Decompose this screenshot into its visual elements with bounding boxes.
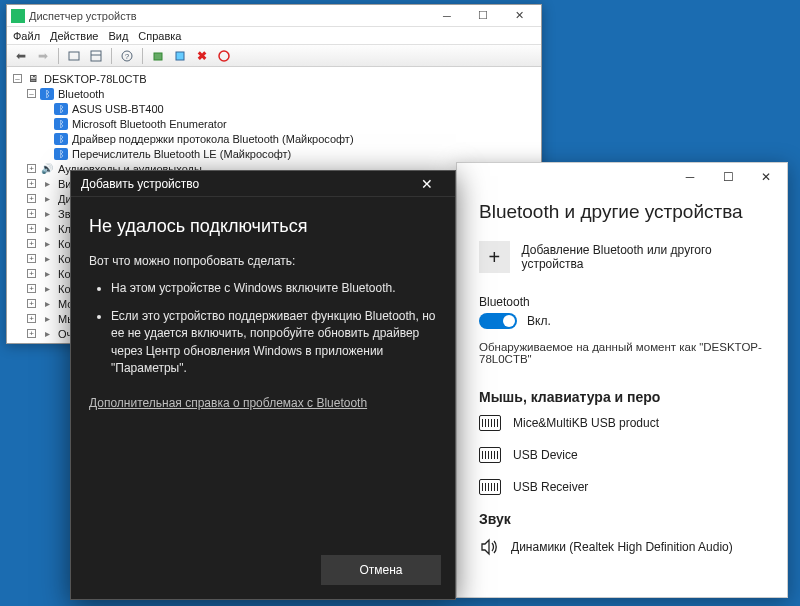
menu-file[interactable]: Файл [13, 30, 40, 42]
category-icon [40, 208, 54, 220]
dialog-title: Добавить устройство [81, 177, 409, 191]
tree-device[interactable]: ASUS USB-BT400 [13, 101, 541, 116]
device-row[interactable]: USB Receiver [479, 479, 765, 495]
expand-icon[interactable]: + [27, 209, 36, 218]
device-row[interactable]: USB Device [479, 447, 765, 463]
keyboard-icon [479, 415, 501, 431]
bluetooth-icon [54, 103, 68, 115]
tree-device[interactable]: Microsoft Bluetooth Enumerator [13, 116, 541, 131]
maximize-button[interactable]: ☐ [709, 165, 747, 189]
close-button[interactable]: ✕ [409, 172, 445, 196]
expand-icon[interactable]: + [27, 269, 36, 278]
section-audio-heading: Звук [479, 511, 765, 527]
tree-label: Драйвер поддержки протокола Bluetooth (М… [72, 133, 354, 145]
dialog-heading: Не удалось подключиться [89, 213, 437, 239]
close-button[interactable]: ✕ [501, 7, 537, 25]
toolbar-btn[interactable] [148, 47, 168, 65]
enable-icon[interactable] [214, 47, 234, 65]
devmgr-icon [11, 9, 25, 23]
expand-icon[interactable]: + [27, 299, 36, 308]
category-icon [40, 328, 54, 340]
svg-text:?: ? [125, 52, 130, 61]
computer-icon [26, 73, 40, 85]
menu-view[interactable]: Вид [108, 30, 128, 42]
section-input-heading: Мышь, клавиатура и перо [479, 389, 765, 405]
dialog-titlebar[interactable]: Добавить устройство ✕ [71, 171, 455, 197]
tree-label: DESKTOP-78L0CTB [44, 73, 147, 85]
separator-icon [58, 48, 59, 64]
device-label: Динамики (Realtek High Definition Audio) [511, 540, 733, 554]
expand-icon[interactable]: + [27, 179, 36, 188]
bluetooth-label: Bluetooth [479, 295, 765, 309]
expand-icon[interactable]: + [27, 254, 36, 263]
cancel-button[interactable]: Отмена [321, 555, 441, 585]
suggestion-item: На этом устройстве с Windows включите Bl… [111, 280, 437, 297]
suggestion-item: Если это устройство поддерживает функцию… [111, 308, 437, 378]
menu-action[interactable]: Действие [50, 30, 98, 42]
bluetooth-icon [54, 148, 68, 160]
category-icon [40, 193, 54, 205]
expand-icon[interactable]: + [27, 329, 36, 338]
menu-help[interactable]: Справка [138, 30, 181, 42]
expand-icon[interactable]: + [27, 164, 36, 173]
expand-icon[interactable]: + [27, 314, 36, 323]
category-icon [40, 253, 54, 265]
toggle-switch-icon[interactable] [479, 313, 517, 329]
collapse-icon[interactable]: – [27, 89, 36, 98]
tree-category-bluetooth[interactable]: – Bluetooth [13, 86, 541, 101]
tree-device[interactable]: Драйвер поддержки протокола Bluetooth (М… [13, 131, 541, 146]
separator-icon [142, 48, 143, 64]
bluetooth-icon [54, 133, 68, 145]
help-link[interactable]: Дополнительная справка о проблемах с Blu… [89, 395, 367, 412]
device-label: Mice&MultiKB USB product [513, 416, 659, 430]
collapse-icon[interactable]: – [13, 74, 22, 83]
close-button[interactable]: ✕ [747, 165, 785, 189]
add-device-row[interactable]: + Добавление Bluetooth или другого устро… [479, 241, 765, 273]
device-label: USB Device [513, 448, 578, 462]
bluetooth-icon [54, 118, 68, 130]
device-row[interactable]: Mice&MultiKB USB product [479, 415, 765, 431]
keyboard-icon [479, 479, 501, 495]
help-icon[interactable]: ? [117, 47, 137, 65]
expand-icon[interactable]: + [27, 284, 36, 293]
toolbar-btn[interactable] [86, 47, 106, 65]
plus-icon[interactable]: + [479, 241, 510, 273]
forward-icon[interactable]: ➡ [33, 47, 53, 65]
maximize-button[interactable]: ☐ [465, 7, 501, 25]
category-icon [40, 238, 54, 250]
svg-rect-6 [176, 52, 184, 60]
tree-label: Microsoft Bluetooth Enumerator [72, 118, 227, 130]
category-icon [40, 298, 54, 310]
tree-label: Перечислитель Bluetooth LE (Майкрософт) [72, 148, 291, 160]
settings-titlebar[interactable]: ─ ☐ ✕ [457, 163, 787, 191]
expand-icon[interactable]: + [27, 194, 36, 203]
minimize-button[interactable]: ─ [671, 165, 709, 189]
category-icon [40, 268, 54, 280]
speaker-icon [479, 537, 499, 557]
devmgr-toolbar: ⬅ ➡ ? ✖ [7, 45, 541, 67]
devmgr-titlebar[interactable]: Диспетчер устройств ─ ☐ ✕ [7, 5, 541, 27]
toggle-state: Вкл. [527, 314, 551, 328]
add-device-dialog: Добавить устройство ✕ Не удалось подключ… [70, 170, 456, 600]
dialog-suggestions: На этом устройстве с Windows включите Bl… [89, 280, 437, 377]
bluetooth-icon [40, 88, 54, 100]
bluetooth-toggle[interactable]: Вкл. [479, 313, 765, 329]
expand-icon[interactable]: + [27, 224, 36, 233]
minimize-button[interactable]: ─ [429, 7, 465, 25]
category-icon [40, 343, 54, 344]
settings-heading: Bluetooth и другие устройства [479, 201, 765, 223]
devmgr-menubar: Файл Действие Вид Справка [7, 27, 541, 45]
device-row[interactable]: Динамики (Realtek High Definition Audio) [479, 537, 765, 557]
category-icon [40, 313, 54, 325]
separator-icon [111, 48, 112, 64]
tree-root[interactable]: – DESKTOP-78L0CTB [13, 71, 541, 86]
tree-label: Bluetooth [58, 88, 104, 100]
expand-icon[interactable]: + [27, 239, 36, 248]
device-label: USB Receiver [513, 480, 588, 494]
toolbar-btn[interactable] [64, 47, 84, 65]
tree-device[interactable]: Перечислитель Bluetooth LE (Майкрософт) [13, 146, 541, 161]
back-icon[interactable]: ⬅ [11, 47, 31, 65]
toolbar-btn[interactable]: ✖ [192, 47, 212, 65]
svg-rect-5 [154, 53, 162, 60]
scan-icon[interactable] [170, 47, 190, 65]
